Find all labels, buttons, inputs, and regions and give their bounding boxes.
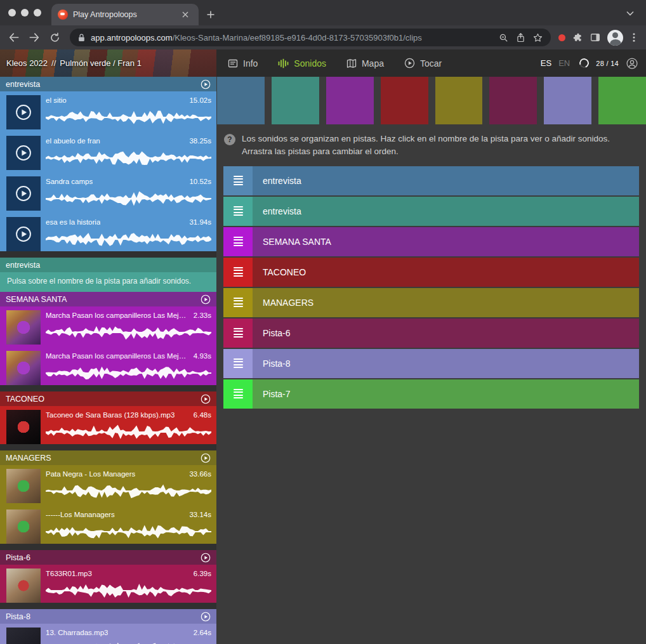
track-header[interactable]: Pista-6 <box>0 550 216 565</box>
nav-tab-mapa[interactable]: Mapa <box>346 58 384 69</box>
track-row[interactable]: Pista-7 <box>223 379 639 409</box>
share-icon[interactable] <box>515 32 526 43</box>
play-track-button[interactable] <box>201 553 211 563</box>
profile-avatar[interactable] <box>607 30 623 46</box>
play-track-button[interactable] <box>201 453 211 463</box>
clip[interactable]: Marcha Pasan los campanilleros Las Mejor… <box>6 351 211 385</box>
breadcrumb[interactable]: Kleos 2022 // Pulmón verde / Fran 1 <box>0 49 216 77</box>
clip-play-button[interactable] <box>6 217 41 251</box>
track-clips: Pata Negra - Los Managers33.66s------Los… <box>0 465 216 544</box>
track-color-swatch[interactable] <box>489 77 537 124</box>
drag-handle[interactable] <box>223 227 253 256</box>
address-bar[interactable]: app.antropoloops.com/Kleos-Santa-Marina/… <box>70 29 551 46</box>
track-color-swatch[interactable] <box>435 77 483 124</box>
track-color-swatch[interactable] <box>381 77 428 124</box>
close-tab-icon[interactable] <box>178 8 192 22</box>
track-color-swatch[interactable] <box>217 77 265 124</box>
drag-handle[interactable] <box>223 258 253 287</box>
clip[interactable]: Marcha Pasan los campanilleros Las Mejor… <box>6 310 211 345</box>
track-row[interactable]: entrevista <box>223 166 639 195</box>
close-window-button[interactable] <box>8 9 16 16</box>
side-panel-icon[interactable] <box>590 32 601 43</box>
nav-tab-info[interactable]: Info <box>228 58 258 69</box>
forward-button[interactable] <box>25 29 43 46</box>
clip[interactable]: T633R01.mp36.39s <box>6 568 211 603</box>
track-row-name[interactable]: TACONEO <box>253 258 639 287</box>
tab-list-chevron-icon[interactable] <box>623 6 637 20</box>
track-color-swatch[interactable] <box>598 77 646 124</box>
clip[interactable]: Taconeo de Sara Baras (128 kbps).mp36.48… <box>6 410 211 444</box>
clip-play-button[interactable] <box>6 136 41 170</box>
clip[interactable]: Sandra camps10.52s <box>6 176 211 211</box>
breadcrumb-project[interactable]: Kleos 2022 <box>6 58 48 68</box>
reload-button[interactable] <box>46 29 63 46</box>
clip-thumbnail[interactable] <box>6 628 41 644</box>
lang-es-button[interactable]: ES <box>541 58 551 68</box>
track-row[interactable]: TACONEO <box>223 258 639 287</box>
clip-thumbnail[interactable] <box>6 410 41 444</box>
track-header[interactable]: SEMANA SANTA <box>0 292 216 306</box>
clip-thumbnail[interactable] <box>6 351 41 385</box>
drag-handle[interactable] <box>223 379 253 409</box>
track-color-swatch[interactable] <box>326 77 374 124</box>
track-row[interactable]: SEMANA SANTA <box>223 227 639 256</box>
drag-handle[interactable] <box>223 288 253 317</box>
clip[interactable]: Pata Negra - Los Managers33.66s <box>6 469 211 503</box>
minimize-window-button[interactable] <box>21 9 29 16</box>
nav-tab-sonidos[interactable]: Sonidos <box>278 58 326 69</box>
clip[interactable]: el sitio15.02s <box>6 95 211 129</box>
clip-thumbnail[interactable] <box>6 469 41 503</box>
track-row-name[interactable]: Pista-7 <box>253 379 639 409</box>
lang-en-button[interactable]: EN <box>558 58 570 68</box>
track-header[interactable]: entrevista <box>0 77 216 91</box>
clip-thumbnail[interactable] <box>6 310 41 345</box>
drag-handle[interactable] <box>223 319 253 348</box>
track-row-name[interactable]: entrevista <box>253 166 639 195</box>
track-row-name[interactable]: entrevista <box>253 197 639 226</box>
clip[interactable]: esa es la historia31.94s <box>6 217 211 251</box>
play-track-button[interactable] <box>201 294 211 305</box>
clip[interactable]: el abuelo de fran38.25s <box>6 136 211 170</box>
clip[interactable]: 13. Charradas.mp32.64s <box>6 628 211 644</box>
clip-thumbnail[interactable] <box>6 509 41 544</box>
nav-tab-tocar[interactable]: Tocar <box>404 58 442 69</box>
track-row[interactable]: Pista-8 <box>223 349 639 378</box>
drag-handle[interactable] <box>223 197 253 226</box>
track-header[interactable]: MANAGERS <box>0 450 216 465</box>
track-row[interactable]: MANAGERS <box>223 288 639 317</box>
play-track-button[interactable] <box>201 612 211 622</box>
bookmark-star-icon[interactable] <box>532 32 543 43</box>
track-row-name[interactable]: Pista-8 <box>253 349 639 378</box>
recording-extension-icon[interactable] <box>558 34 565 41</box>
play-track-button[interactable] <box>201 79 211 89</box>
track-header[interactable]: entrevista <box>0 258 216 272</box>
track-row-name[interactable]: SEMANA SANTA <box>253 227 639 256</box>
drag-handle[interactable] <box>223 166 253 195</box>
track-row[interactable]: entrevista <box>223 197 639 226</box>
clip-thumbnail[interactable] <box>6 568 41 603</box>
sidebar-track: entrevistael sitio15.02sel abuelo de fra… <box>0 77 216 251</box>
track-header[interactable]: TACONEO <box>0 391 216 406</box>
account-icon[interactable] <box>626 57 638 70</box>
drag-handle[interactable] <box>223 349 253 378</box>
clip-play-button[interactable] <box>6 95 41 129</box>
track-clips: el sitio15.02sel abuelo de fran38.25sSan… <box>0 91 216 251</box>
new-tab-button[interactable] <box>204 8 218 22</box>
track-row-name[interactable]: MANAGERS <box>253 288 639 317</box>
browser-tab[interactable]: Play Antropoloops <box>51 4 199 25</box>
back-button[interactable] <box>5 29 23 46</box>
zoom-icon[interactable] <box>498 32 509 43</box>
menu-kebab-icon[interactable] <box>630 32 638 43</box>
clip-play-button[interactable] <box>6 176 41 211</box>
track-color-swatch[interactable] <box>272 77 319 124</box>
track-row[interactable]: Pista-6 <box>223 319 639 348</box>
track-header[interactable]: Pista-8 <box>0 609 216 624</box>
extensions-puzzle-icon[interactable] <box>572 32 583 43</box>
clip[interactable]: ------Los Mananagers33.14s <box>6 509 211 544</box>
play-track-button[interactable] <box>201 394 211 404</box>
track-clips: Marcha Pasan los campanilleros Las Mejor… <box>0 306 216 385</box>
drag-handle-icon <box>234 357 243 370</box>
zoom-window-button[interactable] <box>34 9 41 16</box>
track-row-name[interactable]: Pista-6 <box>253 319 639 348</box>
track-color-swatch[interactable] <box>544 77 591 124</box>
